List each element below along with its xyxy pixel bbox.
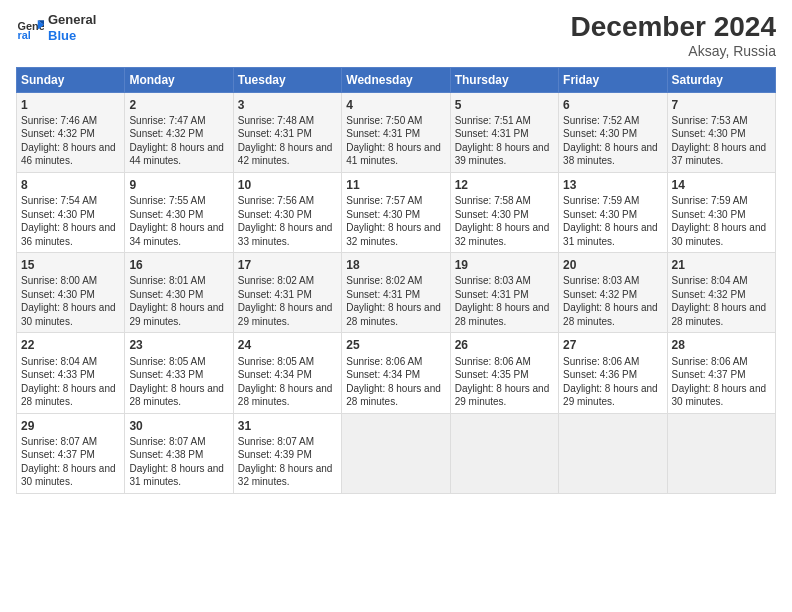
- calendar-cell: 16Sunrise: 8:01 AMSunset: 4:30 PMDayligh…: [125, 253, 233, 333]
- calendar-week-4: 22Sunrise: 8:04 AMSunset: 4:33 PMDayligh…: [17, 333, 776, 413]
- day-number: 17: [238, 257, 337, 273]
- sunrise-label: Sunrise: 7:48 AM: [238, 115, 314, 126]
- sunset-label: Sunset: 4:31 PM: [238, 289, 312, 300]
- daylight-label: Daylight: 8 hours and 31 minutes.: [563, 222, 658, 247]
- daylight-label: Daylight: 8 hours and 28 minutes.: [455, 302, 550, 327]
- day-number: 23: [129, 337, 228, 353]
- sunset-label: Sunset: 4:37 PM: [672, 369, 746, 380]
- sunrise-label: Sunrise: 7:59 AM: [563, 195, 639, 206]
- sunset-label: Sunset: 4:34 PM: [238, 369, 312, 380]
- calendar-header-row: SundayMondayTuesdayWednesdayThursdayFrid…: [17, 67, 776, 92]
- sunrise-label: Sunrise: 7:50 AM: [346, 115, 422, 126]
- daylight-label: Daylight: 8 hours and 37 minutes.: [672, 142, 767, 167]
- sunset-label: Sunset: 4:32 PM: [563, 289, 637, 300]
- daylight-label: Daylight: 8 hours and 29 minutes.: [563, 383, 658, 408]
- sunrise-label: Sunrise: 8:06 AM: [346, 356, 422, 367]
- day-number: 30: [129, 418, 228, 434]
- svg-text:ral: ral: [18, 28, 31, 40]
- daylight-label: Daylight: 8 hours and 29 minutes.: [238, 302, 333, 327]
- calendar-cell: 25Sunrise: 8:06 AMSunset: 4:34 PMDayligh…: [342, 333, 450, 413]
- header-monday: Monday: [125, 67, 233, 92]
- sunset-label: Sunset: 4:36 PM: [563, 369, 637, 380]
- calendar-week-5: 29Sunrise: 8:07 AMSunset: 4:37 PMDayligh…: [17, 413, 776, 493]
- day-number: 3: [238, 97, 337, 113]
- day-number: 18: [346, 257, 445, 273]
- sunset-label: Sunset: 4:38 PM: [129, 449, 203, 460]
- sunset-label: Sunset: 4:30 PM: [346, 209, 420, 220]
- sunrise-label: Sunrise: 8:06 AM: [455, 356, 531, 367]
- daylight-label: Daylight: 8 hours and 30 minutes.: [672, 222, 767, 247]
- daylight-label: Daylight: 8 hours and 32 minutes.: [346, 222, 441, 247]
- daylight-label: Daylight: 8 hours and 28 minutes.: [21, 383, 116, 408]
- daylight-label: Daylight: 8 hours and 42 minutes.: [238, 142, 333, 167]
- sunrise-label: Sunrise: 7:55 AM: [129, 195, 205, 206]
- calendar-cell: [450, 413, 558, 493]
- sunrise-label: Sunrise: 7:57 AM: [346, 195, 422, 206]
- daylight-label: Daylight: 8 hours and 32 minutes.: [455, 222, 550, 247]
- sunset-label: Sunset: 4:31 PM: [346, 128, 420, 139]
- calendar-week-1: 1Sunrise: 7:46 AMSunset: 4:32 PMDaylight…: [17, 92, 776, 172]
- day-number: 27: [563, 337, 662, 353]
- daylight-label: Daylight: 8 hours and 34 minutes.: [129, 222, 224, 247]
- day-number: 15: [21, 257, 120, 273]
- calendar-cell: 19Sunrise: 8:03 AMSunset: 4:31 PMDayligh…: [450, 253, 558, 333]
- calendar-cell: [342, 413, 450, 493]
- sunset-label: Sunset: 4:30 PM: [129, 209, 203, 220]
- sunrise-label: Sunrise: 8:05 AM: [238, 356, 314, 367]
- day-number: 16: [129, 257, 228, 273]
- calendar-cell: 31Sunrise: 8:07 AMSunset: 4:39 PMDayligh…: [233, 413, 341, 493]
- calendar-cell: 28Sunrise: 8:06 AMSunset: 4:37 PMDayligh…: [667, 333, 775, 413]
- day-number: 22: [21, 337, 120, 353]
- sunset-label: Sunset: 4:30 PM: [672, 209, 746, 220]
- daylight-label: Daylight: 8 hours and 28 minutes.: [346, 383, 441, 408]
- calendar-cell: 17Sunrise: 8:02 AMSunset: 4:31 PMDayligh…: [233, 253, 341, 333]
- sunrise-label: Sunrise: 8:02 AM: [238, 275, 314, 286]
- sunrise-label: Sunrise: 7:52 AM: [563, 115, 639, 126]
- calendar-cell: 6Sunrise: 7:52 AMSunset: 4:30 PMDaylight…: [559, 92, 667, 172]
- sunset-label: Sunset: 4:30 PM: [238, 209, 312, 220]
- calendar-cell: 2Sunrise: 7:47 AMSunset: 4:32 PMDaylight…: [125, 92, 233, 172]
- sunrise-label: Sunrise: 8:07 AM: [238, 436, 314, 447]
- logo: Gene ral General Blue: [16, 12, 96, 43]
- calendar-week-2: 8Sunrise: 7:54 AMSunset: 4:30 PMDaylight…: [17, 172, 776, 252]
- sunset-label: Sunset: 4:32 PM: [672, 289, 746, 300]
- sunrise-label: Sunrise: 8:05 AM: [129, 356, 205, 367]
- calendar-cell: 5Sunrise: 7:51 AMSunset: 4:31 PMDaylight…: [450, 92, 558, 172]
- calendar-cell: 23Sunrise: 8:05 AMSunset: 4:33 PMDayligh…: [125, 333, 233, 413]
- calendar-cell: 21Sunrise: 8:04 AMSunset: 4:32 PMDayligh…: [667, 253, 775, 333]
- sunset-label: Sunset: 4:31 PM: [455, 128, 529, 139]
- sunset-label: Sunset: 4:39 PM: [238, 449, 312, 460]
- logo-icon: Gene ral: [16, 14, 44, 42]
- calendar-cell: 11Sunrise: 7:57 AMSunset: 4:30 PMDayligh…: [342, 172, 450, 252]
- calendar-cell: [559, 413, 667, 493]
- sunrise-label: Sunrise: 7:53 AM: [672, 115, 748, 126]
- day-number: 24: [238, 337, 337, 353]
- calendar-cell: 8Sunrise: 7:54 AMSunset: 4:30 PMDaylight…: [17, 172, 125, 252]
- daylight-label: Daylight: 8 hours and 30 minutes.: [21, 302, 116, 327]
- sunrise-label: Sunrise: 8:03 AM: [563, 275, 639, 286]
- calendar-cell: 13Sunrise: 7:59 AMSunset: 4:30 PMDayligh…: [559, 172, 667, 252]
- calendar-cell: 18Sunrise: 8:02 AMSunset: 4:31 PMDayligh…: [342, 253, 450, 333]
- sunrise-label: Sunrise: 8:02 AM: [346, 275, 422, 286]
- day-number: 12: [455, 177, 554, 193]
- sunset-label: Sunset: 4:32 PM: [21, 128, 95, 139]
- sunset-label: Sunset: 4:35 PM: [455, 369, 529, 380]
- daylight-label: Daylight: 8 hours and 28 minutes.: [563, 302, 658, 327]
- sunset-label: Sunset: 4:31 PM: [238, 128, 312, 139]
- daylight-label: Daylight: 8 hours and 41 minutes.: [346, 142, 441, 167]
- daylight-label: Daylight: 8 hours and 28 minutes.: [129, 383, 224, 408]
- day-number: 25: [346, 337, 445, 353]
- sunset-label: Sunset: 4:37 PM: [21, 449, 95, 460]
- calendar-cell: 30Sunrise: 8:07 AMSunset: 4:38 PMDayligh…: [125, 413, 233, 493]
- day-number: 9: [129, 177, 228, 193]
- calendar-cell: 7Sunrise: 7:53 AMSunset: 4:30 PMDaylight…: [667, 92, 775, 172]
- sunrise-label: Sunrise: 8:07 AM: [21, 436, 97, 447]
- logo-line2: Blue: [48, 28, 96, 44]
- sunrise-label: Sunrise: 7:58 AM: [455, 195, 531, 206]
- sunset-label: Sunset: 4:30 PM: [672, 128, 746, 139]
- day-number: 1: [21, 97, 120, 113]
- sunset-label: Sunset: 4:30 PM: [563, 128, 637, 139]
- daylight-label: Daylight: 8 hours and 28 minutes.: [672, 302, 767, 327]
- header: Gene ral General Blue December 2024 Aksa…: [16, 12, 776, 59]
- sunrise-label: Sunrise: 7:46 AM: [21, 115, 97, 126]
